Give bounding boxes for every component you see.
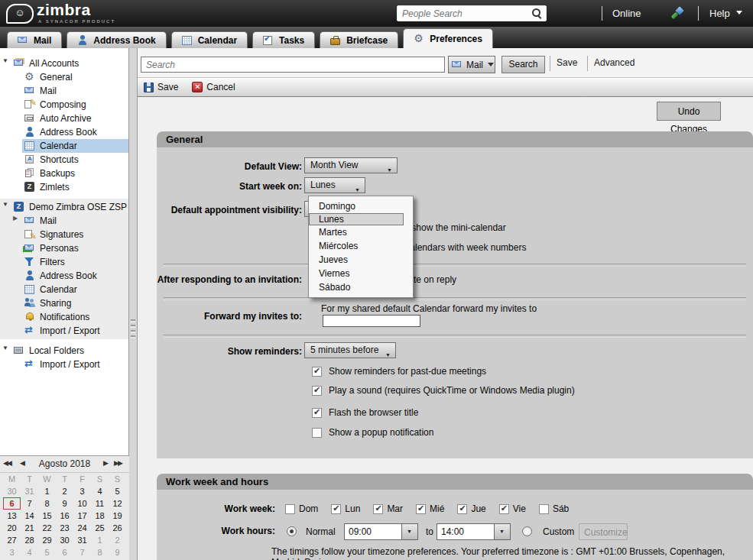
menu-option-viernes[interactable]: Viernes: [309, 267, 413, 280]
search-button[interactable]: Search: [501, 56, 545, 73]
calendar-day[interactable]: 3: [73, 485, 91, 497]
cancel-button[interactable]: Cancel: [192, 82, 235, 92]
tab-address-book[interactable]: Address Book: [67, 31, 166, 48]
tab-briefcase[interactable]: Briefcase: [320, 31, 398, 48]
calendar-day[interactable]: 22: [38, 522, 56, 534]
sidebar-item-zimlets[interactable]: Zimlets: [0, 180, 128, 194]
checkbox[interactable]: [285, 504, 295, 514]
custom-hours-radio[interactable]: [522, 526, 532, 536]
sidebar-item-mail[interactable]: Mail: [0, 214, 128, 228]
tab-preferences[interactable]: Preferences: [403, 28, 493, 48]
menu-option-miércoles[interactable]: Miércoles: [309, 239, 413, 253]
checkbox[interactable]: [539, 504, 549, 514]
splitter-grip-icon[interactable]: [131, 319, 135, 339]
calendar-day[interactable]: 15: [38, 510, 56, 522]
calendar-day[interactable]: 3: [3, 546, 21, 558]
end-time-value[interactable]: 14:00: [437, 523, 495, 540]
save-button[interactable]: Save: [144, 82, 178, 92]
calendar-day[interactable]: 27: [3, 534, 21, 546]
calendar-day[interactable]: 6: [56, 546, 73, 558]
online-status[interactable]: Online: [612, 8, 641, 19]
calendar-day[interactable]: 1: [91, 534, 109, 546]
calendar-day[interactable]: 9: [56, 497, 73, 510]
calendar-day[interactable]: 30: [3, 485, 21, 497]
work-end-time[interactable]: 14:00: [437, 523, 511, 540]
calendar-day[interactable]: 9: [109, 546, 126, 558]
sidebar-item-signatures[interactable]: Signatures: [0, 228, 128, 241]
search-input[interactable]: [141, 57, 445, 73]
triangle-right-icon[interactable]: [13, 217, 21, 225]
calendar-day[interactable]: 6: [3, 497, 21, 510]
sidebar-item-address-book[interactable]: Address Book: [0, 125, 128, 139]
checkbox[interactable]: [416, 504, 426, 514]
calendar-day[interactable]: 10: [73, 497, 91, 510]
calendar-day[interactable]: 11: [91, 497, 109, 510]
menu-option-domingo[interactable]: Domingo: [309, 199, 413, 213]
calendar-day[interactable]: 21: [21, 522, 38, 534]
calendar-day[interactable]: 17: [73, 510, 91, 522]
checkbox[interactable]: [312, 386, 322, 396]
sidebar-item-sharing[interactable]: Sharing: [0, 296, 128, 310]
tab-mail[interactable]: Mail: [7, 31, 62, 48]
search-icon[interactable]: [532, 8, 540, 17]
calendar-day[interactable]: 8: [38, 497, 56, 510]
checkbox[interactable]: [457, 504, 467, 514]
zimlet-brush-icon[interactable]: [671, 8, 683, 20]
tab-tasks[interactable]: Tasks: [252, 31, 315, 48]
calendar-day[interactable]: 29: [38, 534, 56, 546]
calendar-day[interactable]: 30: [56, 534, 73, 546]
calendar-day[interactable]: 18: [91, 510, 109, 522]
sidebar-item-personas[interactable]: Personas: [0, 241, 128, 255]
advanced-search-button[interactable]: Advanced: [594, 57, 635, 68]
calendar-day[interactable]: 28: [21, 534, 38, 546]
sidebar-splitter[interactable]: [129, 48, 138, 560]
next-month-icon[interactable]: ▶: [103, 459, 109, 467]
tab-calendar[interactable]: Calendar: [171, 31, 248, 48]
chevron-down-icon[interactable]: [402, 523, 418, 540]
undo-changes-button[interactable]: Undo Changes: [657, 102, 721, 121]
sidebar-item-address-book[interactable]: Address Book: [0, 269, 128, 283]
save-search-button[interactable]: Save: [557, 57, 577, 68]
calendar-day[interactable]: 2: [109, 534, 126, 546]
checkbox[interactable]: [373, 504, 383, 514]
calendar-day[interactable]: 7: [73, 546, 91, 558]
normal-hours-radio[interactable]: [287, 526, 297, 536]
menu-option-jueves[interactable]: Jueves: [309, 253, 413, 267]
calendar-day[interactable]: 7: [21, 497, 38, 510]
next-year-icon[interactable]: ▶▶: [114, 459, 122, 467]
calendar-day[interactable]: 1: [38, 485, 56, 497]
chevron-down-icon[interactable]: [736, 11, 742, 15]
sidebar-group-all-accounts[interactable]: All Accounts: [0, 57, 128, 70]
calendar-day[interactable]: 13: [3, 510, 21, 522]
menu-option-lunes[interactable]: Lunes: [309, 213, 404, 225]
sidebar-item-import-export[interactable]: Import / Export: [0, 358, 128, 371]
sidebar-item-composing[interactable]: Composing: [0, 98, 128, 112]
checkbox[interactable]: [312, 428, 322, 438]
checkbox[interactable]: [331, 504, 341, 514]
calendar-day[interactable]: 31: [21, 485, 38, 497]
search-scope-button[interactable]: Mail: [448, 56, 495, 73]
calendar-day[interactable]: 23: [56, 522, 73, 534]
sidebar-item-backups[interactable]: Backups: [0, 167, 128, 180]
calendar-day[interactable]: 25: [91, 522, 109, 534]
sidebar-group-local-folders[interactable]: Local Folders: [0, 344, 128, 358]
calendar-day[interactable]: 4: [21, 546, 38, 558]
chevron-down-icon[interactable]: [495, 523, 511, 540]
triangle-down-icon[interactable]: [2, 203, 10, 211]
work-start-time[interactable]: 09:00: [344, 523, 418, 540]
menu-option-sábado[interactable]: Sábado: [309, 280, 413, 294]
triangle-down-icon[interactable]: [2, 60, 10, 67]
sidebar-item-import-export[interactable]: Import / Export: [0, 324, 128, 338]
sidebar-item-shortcuts[interactable]: Shortcuts: [0, 153, 128, 167]
menu-option-martes[interactable]: Martes: [309, 225, 413, 239]
sidebar-item-filters[interactable]: Filters: [0, 255, 128, 269]
people-search-input[interactable]: [397, 5, 547, 21]
customize-button[interactable]: Customize: [579, 523, 628, 540]
sidebar-item-auto-archive[interactable]: Auto Archive: [0, 112, 128, 125]
calendar-day[interactable]: 16: [56, 510, 73, 522]
calendar-day[interactable]: 5: [109, 485, 126, 497]
sidebar-item-notifications[interactable]: Notifications: [0, 310, 128, 324]
start-time-value[interactable]: 09:00: [344, 523, 402, 540]
sidebar-group-demo-zimbra-ose-zsp[interactable]: Demo Zimbra OSE ZSP: [0, 200, 128, 214]
sidebar-item-mail[interactable]: Mail: [0, 84, 128, 98]
